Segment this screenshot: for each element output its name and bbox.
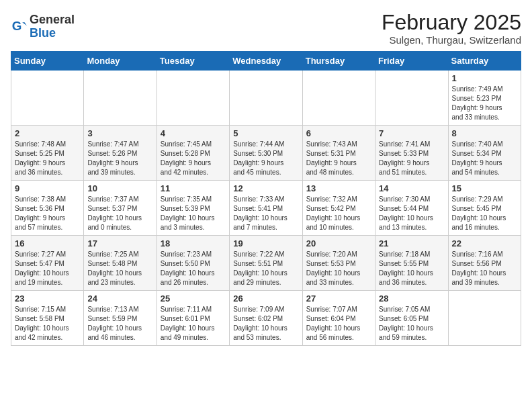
- day-number: 5: [233, 128, 298, 138]
- calendar-week-row: 9Sunrise: 7:38 AM Sunset: 5:36 PM Daylig…: [11, 181, 521, 236]
- day-number: 1: [452, 73, 517, 83]
- calendar-cell: 6Sunrise: 7:43 AM Sunset: 5:31 PM Daylig…: [302, 126, 375, 181]
- day-number: 4: [161, 128, 226, 138]
- svg-text:G: G: [12, 19, 22, 33]
- day-info: Sunrise: 7:16 AM Sunset: 5:56 PM Dayligh…: [452, 250, 517, 287]
- calendar-cell: [84, 71, 157, 126]
- location-subtitle: Sulgen, Thurgau, Switzerland: [382, 34, 521, 46]
- calendar-cell: 24Sunrise: 7:13 AM Sunset: 5:59 PM Dayli…: [84, 291, 157, 346]
- day-number: 8: [452, 128, 517, 138]
- calendar-week-row: 16Sunrise: 7:27 AM Sunset: 5:47 PM Dayli…: [11, 236, 521, 291]
- day-number: 14: [379, 183, 444, 193]
- weekday-header-monday: Monday: [84, 52, 157, 71]
- day-number: 23: [15, 293, 80, 304]
- calendar-cell: 19Sunrise: 7:22 AM Sunset: 5:51 PM Dayli…: [230, 236, 302, 291]
- weekday-header-saturday: Saturday: [448, 52, 521, 71]
- day-number: 12: [233, 183, 298, 193]
- day-number: 26: [233, 293, 298, 304]
- calendar-cell: [375, 71, 448, 126]
- weekday-header-tuesday: Tuesday: [157, 52, 229, 71]
- weekday-header-friday: Friday: [375, 52, 448, 71]
- day-number: 3: [87, 128, 152, 138]
- day-number: 17: [87, 238, 152, 248]
- day-info: Sunrise: 7:07 AM Sunset: 6:04 PM Dayligh…: [306, 305, 371, 342]
- weekday-header-sunday: Sunday: [11, 52, 84, 71]
- calendar-cell: 17Sunrise: 7:25 AM Sunset: 5:48 PM Dayli…: [84, 236, 157, 291]
- calendar-cell: 8Sunrise: 7:40 AM Sunset: 5:34 PM Daylig…: [448, 126, 521, 181]
- calendar-table: SundayMondayTuesdayWednesdayThursdayFrid…: [11, 51, 521, 346]
- day-info: Sunrise: 7:30 AM Sunset: 5:44 PM Dayligh…: [379, 195, 444, 232]
- day-info: Sunrise: 7:23 AM Sunset: 5:50 PM Dayligh…: [161, 250, 226, 287]
- day-info: Sunrise: 7:11 AM Sunset: 6:01 PM Dayligh…: [161, 305, 226, 342]
- page-header: G General Blue February 2025 Sulgen, Thu…: [11, 11, 521, 46]
- day-info: Sunrise: 7:37 AM Sunset: 5:37 PM Dayligh…: [87, 195, 152, 232]
- logo-general-text: General: [30, 13, 75, 26]
- calendar-cell: 26Sunrise: 7:09 AM Sunset: 6:02 PM Dayli…: [230, 291, 302, 346]
- day-info: Sunrise: 7:27 AM Sunset: 5:47 PM Dayligh…: [15, 250, 80, 287]
- calendar-cell: 13Sunrise: 7:32 AM Sunset: 5:42 PM Dayli…: [302, 181, 375, 236]
- day-number: 19: [233, 238, 298, 248]
- day-info: Sunrise: 7:32 AM Sunset: 5:42 PM Dayligh…: [306, 195, 371, 232]
- day-number: 9: [15, 183, 80, 193]
- day-info: Sunrise: 7:18 AM Sunset: 5:55 PM Dayligh…: [379, 250, 444, 287]
- day-number: 13: [306, 183, 371, 193]
- day-number: 25: [161, 293, 226, 304]
- day-info: Sunrise: 7:20 AM Sunset: 5:53 PM Dayligh…: [306, 250, 371, 287]
- day-number: 16: [15, 238, 80, 248]
- calendar-week-row: 23Sunrise: 7:15 AM Sunset: 5:58 PM Dayli…: [11, 291, 521, 346]
- calendar-cell: 28Sunrise: 7:05 AM Sunset: 6:05 PM Dayli…: [375, 291, 448, 346]
- day-number: 28: [379, 293, 444, 304]
- weekday-header-row: SundayMondayTuesdayWednesdayThursdayFrid…: [11, 52, 521, 71]
- calendar-cell: 16Sunrise: 7:27 AM Sunset: 5:47 PM Dayli…: [11, 236, 84, 291]
- calendar-cell: 10Sunrise: 7:37 AM Sunset: 5:37 PM Dayli…: [84, 181, 157, 236]
- day-info: Sunrise: 7:45 AM Sunset: 5:28 PM Dayligh…: [161, 140, 226, 177]
- calendar-cell: 12Sunrise: 7:33 AM Sunset: 5:41 PM Dayli…: [230, 181, 302, 236]
- month-title: February 2025: [382, 11, 521, 34]
- day-number: 18: [161, 238, 226, 248]
- day-info: Sunrise: 7:38 AM Sunset: 5:36 PM Dayligh…: [15, 195, 80, 232]
- calendar-cell: [448, 291, 521, 346]
- calendar-cell: 9Sunrise: 7:38 AM Sunset: 5:36 PM Daylig…: [11, 181, 84, 236]
- day-info: Sunrise: 7:13 AM Sunset: 5:59 PM Dayligh…: [87, 305, 152, 342]
- calendar-cell: 21Sunrise: 7:18 AM Sunset: 5:55 PM Dayli…: [375, 236, 448, 291]
- day-info: Sunrise: 7:47 AM Sunset: 5:26 PM Dayligh…: [87, 140, 152, 177]
- calendar-cell: 20Sunrise: 7:20 AM Sunset: 5:53 PM Dayli…: [302, 236, 375, 291]
- calendar-week-row: 1Sunrise: 7:49 AM Sunset: 5:23 PM Daylig…: [11, 71, 521, 126]
- svg-marker-1: [22, 22, 27, 26]
- calendar-cell: 2Sunrise: 7:48 AM Sunset: 5:25 PM Daylig…: [11, 126, 84, 181]
- logo-icon: G: [11, 19, 27, 35]
- calendar-cell: 11Sunrise: 7:35 AM Sunset: 5:39 PM Dayli…: [157, 181, 229, 236]
- day-info: Sunrise: 7:43 AM Sunset: 5:31 PM Dayligh…: [306, 140, 371, 177]
- calendar-cell: 18Sunrise: 7:23 AM Sunset: 5:50 PM Dayli…: [157, 236, 229, 291]
- calendar-cell: 5Sunrise: 7:44 AM Sunset: 5:30 PM Daylig…: [230, 126, 302, 181]
- day-info: Sunrise: 7:40 AM Sunset: 5:34 PM Dayligh…: [452, 140, 517, 177]
- calendar-cell: [230, 71, 302, 126]
- day-info: Sunrise: 7:33 AM Sunset: 5:41 PM Dayligh…: [233, 195, 298, 232]
- day-number: 11: [161, 183, 226, 193]
- calendar-cell: 23Sunrise: 7:15 AM Sunset: 5:58 PM Dayli…: [11, 291, 84, 346]
- logo-blue-text: Blue: [30, 26, 56, 40]
- calendar-cell: 3Sunrise: 7:47 AM Sunset: 5:26 PM Daylig…: [84, 126, 157, 181]
- day-number: 20: [306, 238, 371, 248]
- day-info: Sunrise: 7:15 AM Sunset: 5:58 PM Dayligh…: [15, 305, 80, 342]
- day-info: Sunrise: 7:22 AM Sunset: 5:51 PM Dayligh…: [233, 250, 298, 287]
- calendar-cell: 7Sunrise: 7:41 AM Sunset: 5:33 PM Daylig…: [375, 126, 448, 181]
- day-number: 21: [379, 238, 444, 248]
- day-info: Sunrise: 7:25 AM Sunset: 5:48 PM Dayligh…: [87, 250, 152, 287]
- day-info: Sunrise: 7:05 AM Sunset: 6:05 PM Dayligh…: [379, 305, 444, 342]
- calendar-cell: [302, 71, 375, 126]
- day-info: Sunrise: 7:29 AM Sunset: 5:45 PM Dayligh…: [452, 195, 517, 232]
- calendar-cell: 4Sunrise: 7:45 AM Sunset: 5:28 PM Daylig…: [157, 126, 229, 181]
- calendar-cell: 22Sunrise: 7:16 AM Sunset: 5:56 PM Dayli…: [448, 236, 521, 291]
- day-info: Sunrise: 7:41 AM Sunset: 5:33 PM Dayligh…: [379, 140, 444, 177]
- calendar-cell: 15Sunrise: 7:29 AM Sunset: 5:45 PM Dayli…: [448, 181, 521, 236]
- calendar-cell: 27Sunrise: 7:07 AM Sunset: 6:04 PM Dayli…: [302, 291, 375, 346]
- calendar-cell: 25Sunrise: 7:11 AM Sunset: 6:01 PM Dayli…: [157, 291, 229, 346]
- day-number: 10: [87, 183, 152, 193]
- logo: G General Blue: [11, 13, 75, 40]
- day-number: 6: [306, 128, 371, 138]
- day-number: 15: [452, 183, 517, 193]
- calendar-cell: [157, 71, 229, 126]
- calendar-cell: [11, 71, 84, 126]
- day-info: Sunrise: 7:49 AM Sunset: 5:23 PM Dayligh…: [452, 85, 517, 122]
